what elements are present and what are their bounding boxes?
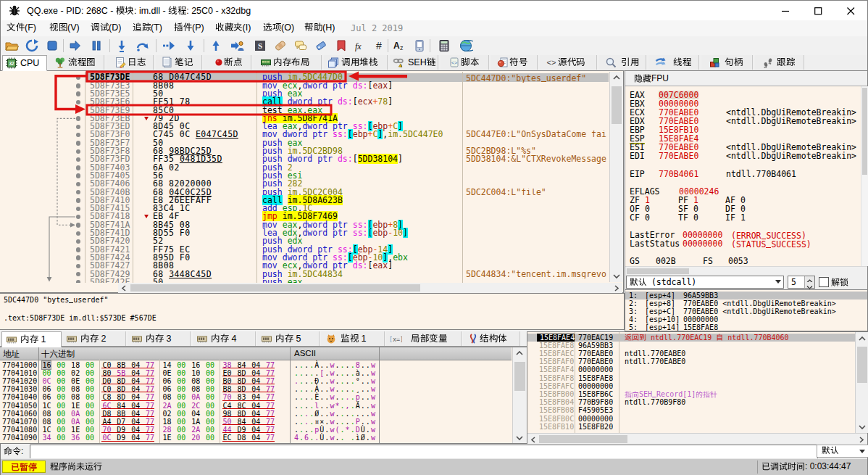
menu-debug[interactable]: (D) — [91, 22, 121, 33]
scrollbar-thumb[interactable] — [862, 88, 867, 175]
dump-row[interactable]: 7704107008000A00A4D7047718001A0050840477… — [0, 418, 512, 426]
globe-icon[interactable] — [459, 38, 473, 53]
stack-row[interactable]: 15E8FAFC00000000 — [527, 382, 855, 390]
tab-seh链[interactable]: !SEH — [390, 55, 438, 70]
scrollbar-arrow-icon[interactable] — [515, 434, 524, 442]
argument-row[interactable]: 1:[esp+4]96A59BB3 — [625, 292, 867, 300]
registers-header[interactable]: FPU — [625, 71, 867, 86]
minimize-button[interactable] — [769, 1, 802, 21]
step-out-icon[interactable] — [183, 38, 198, 53]
step-into-icon[interactable] — [114, 38, 129, 53]
argument-row[interactable]: 5:[esp+14]15E8FAE8 — [625, 323, 867, 331]
functions-fx-icon[interactable]: fx — [353, 38, 367, 53]
stack-row[interactable]: 15E8FAF0770EABE0ntdll.770EABE0 — [527, 358, 855, 365]
open-folder-icon[interactable] — [4, 38, 19, 53]
menu-view[interactable]: (V) — [49, 22, 80, 33]
stack-pane[interactable]: 15E8FAE4770EAC19 ntdll.770EAC19 ntdll.77… — [527, 331, 868, 444]
arg-count-spinner[interactable]: 5 — [788, 276, 815, 289]
bottom-tab-结构体[interactable] — [463, 331, 520, 346]
tab-内存布局[interactable] — [254, 55, 322, 70]
disassembly-pane[interactable]: 5D8F73DE68 D047C45Dpush im.5DC447D05DC44… — [0, 70, 624, 293]
register-row[interactable]: LastStatus00000000(STATUSSUCCESS) — [625, 239, 861, 248]
run-to-user-code-icon[interactable] — [230, 38, 244, 53]
argument-row[interactable]: 4:[esp+10]00000000 — [625, 315, 867, 323]
bottom-tab-内存-5[interactable]: 5 — [257, 331, 320, 346]
tab-线程[interactable] — [648, 55, 699, 70]
scrollbar-arrow-icon[interactable] — [515, 350, 524, 357]
menu-trace[interactable]: (T) — [133, 22, 162, 33]
tab-流程图[interactable] — [49, 55, 104, 70]
tab-断点[interactable] — [204, 55, 251, 70]
stack-row[interactable]: 15E8FAE896A59BB3 — [527, 342, 855, 350]
calling-convention-dropdown[interactable]: (stdcall) — [626, 276, 784, 289]
register-row[interactable]: GS002BFS0053 — [625, 257, 861, 265]
scrollbar-thumb[interactable] — [539, 435, 627, 443]
command-dropdown[interactable] — [817, 445, 868, 458]
hex-dump[interactable]: 地址 十六进制 ASCII 7704100016001800C08B047714… — [0, 347, 527, 444]
bottom-tab-内存-1[interactable]: 1 — [1, 331, 62, 347]
register-row[interactable] — [625, 161, 861, 170]
scrollbar-arrow-icon[interactable] — [858, 335, 867, 342]
restart-icon[interactable] — [25, 38, 39, 53]
step-over-icon[interactable] — [135, 38, 149, 53]
dump-row[interactable]: 770410200C000E00D08D047706000800B08D0477… — [0, 377, 512, 385]
tab-日志[interactable] — [107, 55, 154, 70]
stack-row[interactable]: 15E8FAF815E8FAE8 — [527, 374, 855, 382]
run-icon[interactable] — [68, 38, 83, 53]
stack-row[interactable]: 15E8FB1015E8FB20 — [527, 423, 855, 431]
assemble-az-icon[interactable]: Az — [392, 38, 406, 53]
dump-row[interactable]: 7704101000000200805B04770E001000E08D0477… — [0, 369, 512, 377]
dump-row[interactable]: 7704100016001800C08B04771400160038840477… — [0, 361, 512, 369]
settings-s-icon[interactable]: S — [253, 38, 267, 53]
scrollbar-thumb[interactable] — [514, 362, 525, 391]
scrollbar-arrow-icon[interactable] — [120, 285, 128, 292]
scrollbar-thumb[interactable] — [857, 347, 867, 383]
hide-fpu-button[interactable]: FPU — [634, 73, 669, 83]
menu-options[interactable]: (O) — [263, 22, 294, 33]
registers-vertical-scrollbar[interactable] — [861, 86, 868, 266]
dump-vertical-scrollbar[interactable] — [512, 347, 527, 443]
bottom-tab-内存-4[interactable]: 4 — [193, 331, 256, 346]
bottom-tab-内存-3[interactable]: 3 — [128, 331, 191, 346]
execute-till-return-icon[interactable] — [162, 38, 176, 53]
stop-icon[interactable] — [45, 38, 59, 53]
tab-脚本[interactable]: <> — [441, 55, 489, 70]
disasm-horizontal-scrollbar[interactable] — [118, 283, 622, 293]
menu-plugins[interactable]: (P) — [174, 22, 204, 33]
stack-row[interactable]: 15E8FAF400000000 — [527, 365, 855, 373]
stack-row[interactable]: 15E8FAE4770EAC19 ntdll.770EAC19 ntdll.77… — [527, 334, 855, 342]
bottom-tab-局部变量[interactable]: [x=] — [386, 331, 462, 346]
register-row[interactable]: CF0TF0IF1 — [625, 213, 861, 222]
tab-跟踪[interactable] — [755, 55, 804, 70]
argument-row[interactable]: 2:[esp+8]770EABE0 <ntdll.DbgUiRemoteBrea… — [625, 300, 867, 307]
spinner-up-button[interactable] — [804, 276, 814, 282]
comments-icon[interactable] — [293, 38, 308, 53]
dump-row[interactable]: 770410801C001E0070D9047728002A0044D90477… — [0, 426, 512, 434]
dump-row[interactable]: 7704104006000800C88D047708000A0070830477… — [0, 393, 512, 401]
labels-icon[interactable] — [314, 38, 328, 53]
patch-icon[interactable] — [273, 38, 288, 53]
tab-符号[interactable] — [491, 55, 538, 70]
argument-row[interactable]: 3:[esp+C]770EABE0 <ntdll.DbgUiRemoteBrea… — [625, 307, 867, 315]
scrollbar-arrow-icon[interactable] — [612, 74, 621, 81]
scrollbar-arrow-icon[interactable] — [612, 273, 621, 280]
scrollbar-thumb[interactable] — [627, 268, 689, 274]
menu-help[interactable]: (H) — [304, 22, 335, 33]
scrollbar-arrow-icon[interactable] — [613, 285, 620, 292]
bottom-tab-监视-1[interactable]: 1 — [321, 331, 385, 346]
scrollbar-arrow-icon[interactable] — [858, 437, 865, 443]
tab-调用堆栈[interactable] — [324, 55, 388, 70]
pause-icon[interactable] — [89, 38, 104, 53]
menu-file[interactable]: (F) — [7, 22, 36, 33]
scrollbar-thumb[interactable] — [612, 86, 622, 124]
tab-笔记[interactable] — [156, 55, 202, 70]
stack-row[interactable]: 15E8FB08F45905E3 — [527, 406, 855, 414]
stack-row[interactable]: 15E8FB0015E8FB6CSEHRecord[1] — [527, 390, 855, 398]
dump-row[interactable]: 7704103006000800C08D047706000800B88D0477… — [0, 385, 512, 393]
scrollbar-arrow-icon[interactable] — [530, 437, 537, 443]
dump-row[interactable]: 770410501C001E006C8404772A002C00C48C0477… — [0, 402, 512, 410]
register-row[interactable]: EDI770EABE0<ntdll.DbgUiRemoteBreakin> — [625, 152, 861, 160]
dump-row[interactable]: 77041090340036000CD904771E002000ECD80477… — [0, 434, 512, 442]
tab-句柄[interactable] — [701, 55, 753, 70]
bookmarks-icon[interactable] — [334, 38, 349, 53]
